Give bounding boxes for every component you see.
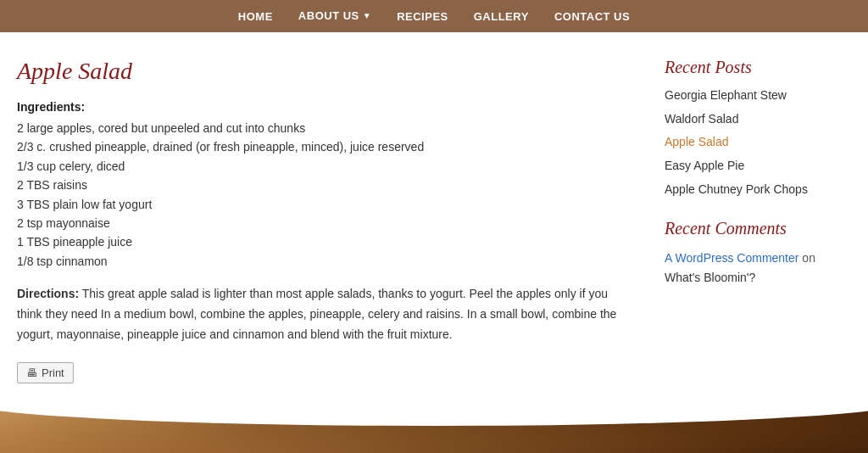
ingredient-item: 2 large apples, cored but unpeeled and c… — [17, 119, 622, 137]
footer-image-inner — [0, 400, 868, 453]
directions-label: Directions: — [17, 287, 79, 300]
on-text: on — [802, 251, 815, 265]
ingredient-item: 2/3 c. crushed pineapple, drained (or fr… — [17, 137, 622, 156]
page-wrapper: Apple Salad Ingredients: 2 large apples,… — [0, 32, 868, 400]
nav-about-label: ABOUT US — [298, 9, 359, 22]
recent-post-item[interactable]: Waldorf Salad — [665, 111, 851, 128]
nav-item-contact[interactable]: CONTACT US — [554, 9, 630, 24]
recent-post-link[interactable]: Apple Chutney Pork Chops — [665, 182, 808, 196]
nav-item-gallery[interactable]: GALLERY — [474, 9, 529, 24]
nav-link-home[interactable]: HOME — [238, 10, 273, 23]
ingredients-label: Ingredients: — [17, 100, 622, 114]
print-button[interactable]: 🖶 Print — [17, 362, 74, 383]
nav-link-about[interactable]: ABOUT US ▼ — [298, 9, 371, 22]
sidebar: Recent Posts Georgia Elephant Stew Waldo… — [665, 58, 851, 383]
recent-post-link[interactable]: Waldorf Salad — [665, 112, 738, 126]
recent-post-item[interactable]: Apple Salad — [665, 134, 851, 151]
recent-post-link[interactable]: Easy Apple Pie — [665, 159, 744, 172]
directions-text: This great apple salad is lighter than m… — [17, 287, 616, 341]
ingredient-list: 2 large apples, cored but unpeeled and c… — [17, 119, 622, 271]
ingredient-item: 3 TBS plain low fat yogurt — [17, 195, 622, 214]
ingredient-item: 1/3 cup celery, diced — [17, 157, 622, 176]
nav-link-recipes[interactable]: RECIPES — [397, 10, 448, 23]
recent-posts-list: Georgia Elephant Stew Waldorf Salad Appl… — [665, 87, 851, 199]
footer-image — [0, 400, 868, 453]
recent-post-link-active[interactable]: Apple Salad — [665, 135, 729, 148]
recent-post-item[interactable]: Georgia Elephant Stew — [665, 87, 851, 104]
print-label: Print — [42, 366, 64, 379]
ingredient-item: 2 TBS raisins — [17, 176, 622, 194]
printer-icon: 🖶 — [26, 366, 37, 379]
directions-section: Directions: This great apple salad is li… — [17, 284, 622, 344]
nav-link-gallery[interactable]: GALLERY — [474, 10, 529, 23]
post-title: Apple Salad — [17, 58, 622, 85]
ingredient-item: 1/8 tsp cinnamon — [17, 252, 622, 271]
commenter-link[interactable]: A WordPress Commenter — [665, 251, 798, 265]
ingredient-item: 1 TBS pineapple juice — [17, 232, 622, 251]
nav-item-recipes[interactable]: RECIPES — [397, 9, 448, 24]
main-content: Apple Salad Ingredients: 2 large apples,… — [17, 58, 631, 383]
nav-item-about[interactable]: ABOUT US ▼ — [298, 9, 371, 24]
navigation: HOME ABOUT US ▼ RECIPES GALLERY CONTACT … — [0, 0, 868, 32]
recent-posts-title: Recent Posts — [665, 58, 851, 77]
nav-item-home[interactable]: HOME — [238, 9, 273, 24]
recent-comment-item: A WordPress Commenter on What's Bloomin'… — [665, 249, 851, 287]
chevron-down-icon: ▼ — [363, 11, 371, 20]
ingredient-item: 2 tsp mayonnaise — [17, 214, 622, 232]
nav-link-contact[interactable]: CONTACT US — [554, 10, 630, 23]
recent-post-link[interactable]: Georgia Elephant Stew — [665, 88, 787, 102]
recent-comments-title: Recent Comments — [665, 219, 851, 238]
recent-post-item[interactable]: Apple Chutney Pork Chops — [665, 181, 851, 199]
comment-target-link[interactable]: What's Bloomin'? — [665, 271, 755, 284]
recent-post-item[interactable]: Easy Apple Pie — [665, 158, 851, 175]
